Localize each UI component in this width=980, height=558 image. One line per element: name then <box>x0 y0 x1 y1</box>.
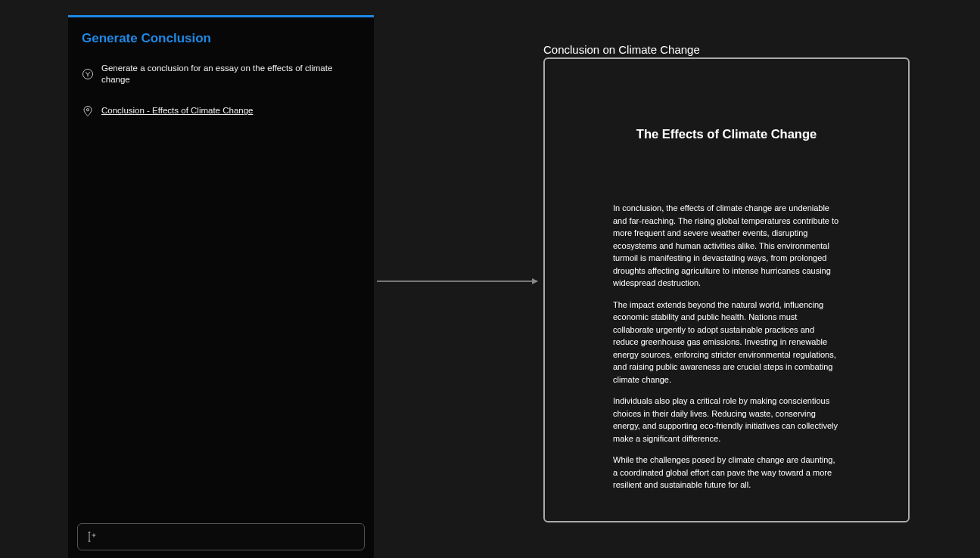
generate-panel: Generate Conclusion Generate a conclusio… <box>68 15 374 558</box>
document-paragraph: While the challenges posed by climate ch… <box>613 454 840 491</box>
output-link-text[interactable]: Conclusion - Effects of Climate Change <box>101 105 254 116</box>
flow-arrow <box>377 281 537 282</box>
output-link-row[interactable]: Conclusion - Effects of Climate Change <box>82 105 360 117</box>
document-preview: The Effects of Climate Change In conclus… <box>543 57 910 522</box>
svg-point-1 <box>86 108 89 110</box>
y-circle-icon <box>82 68 94 80</box>
prompt-input[interactable] <box>77 523 365 550</box>
output-block: Conclusion on Climate Change The Effects… <box>543 43 910 522</box>
document-heading: The Effects of Climate Change <box>613 127 840 141</box>
text-cursor-sparkle-icon <box>86 531 98 543</box>
prompt-text: Generate a conclusion for an essay on th… <box>101 63 360 85</box>
document-paragraph: In conclusion, the effects of climate ch… <box>613 202 840 290</box>
pin-icon <box>82 105 94 117</box>
output-title: Conclusion on Climate Change <box>543 43 910 56</box>
document-paragraph: The impact extends beyond the natural wo… <box>613 299 840 386</box>
document-paragraph: Individuals also play a critical role by… <box>613 395 840 445</box>
panel-title: Generate Conclusion <box>82 31 360 46</box>
prompt-row: Generate a conclusion for an essay on th… <box>82 63 360 85</box>
